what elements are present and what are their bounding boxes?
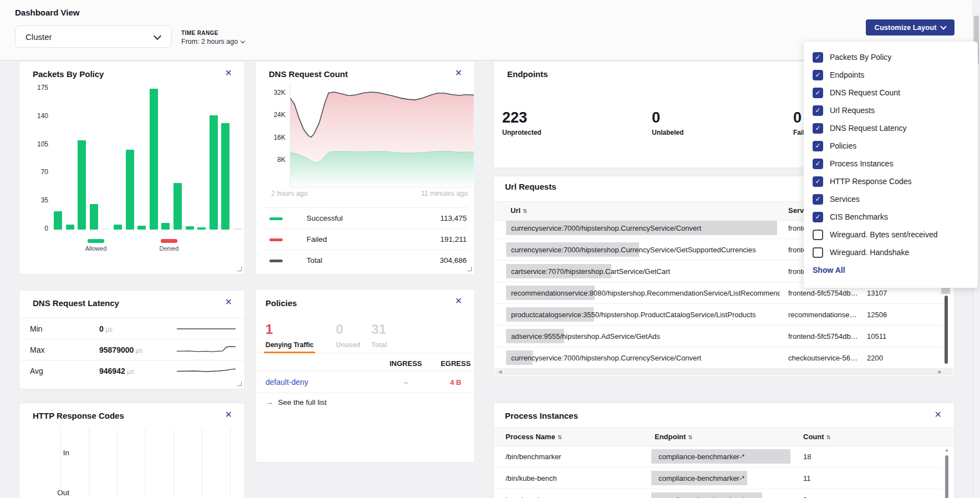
url-cell: productcatalogservice:3550/hipstershop.P… (511, 310, 780, 318)
allowed-bar (221, 123, 229, 230)
policy-tab-total[interactable]: 31Total (371, 323, 387, 349)
failed-legend-swatch (269, 238, 283, 241)
tab-label: Denying Traffic (266, 341, 314, 349)
menu-item-wireguard-handshake[interactable]: Wireguard. Handshake (804, 243, 978, 261)
allowed-bar (186, 226, 194, 230)
card-title: DNS Request Latency (33, 298, 119, 308)
policy-tab-denying-traffic[interactable]: 1Denying Traffic (266, 323, 314, 349)
table-row[interactable]: /bin/kube-benchcompliance-benchmarker-*1… (494, 467, 942, 489)
url-cell: cartservice:7070/hipstershop.CartService… (511, 267, 780, 275)
chevron-down-icon (941, 23, 947, 29)
column-header-egress: EGRESS (431, 359, 481, 368)
vertical-scrollbar[interactable] (945, 455, 948, 498)
dns-request-latency-card: DNS Request Latency ✕ Min0 µsMax95879000… (19, 290, 245, 389)
legend-row-failed: Failed191,211 (263, 228, 468, 250)
url-cell: adservice:9555/hipstershop.AdService/Get… (511, 332, 780, 340)
menu-item-url-requests[interactable]: ✓Url Requests (804, 101, 978, 119)
customize-layout-button[interactable]: Customize Layout (866, 19, 955, 35)
time-range-value[interactable]: From: 2 hours ago (181, 38, 244, 45)
divider (256, 370, 474, 371)
table-row[interactable]: currencyservice:7000/hipstershop.Currenc… (494, 347, 944, 369)
card-title: Endpoints (507, 69, 548, 79)
menu-item-label: HTTP Response Codes (830, 177, 912, 186)
latency-row-max: Max95879000 µs (20, 339, 244, 360)
menu-item-packets-by-policy[interactable]: ✓Packets By Policy (804, 48, 978, 66)
close-icon[interactable]: ✕ (222, 297, 236, 307)
see-full-list-link[interactable]: → See the full list (266, 398, 326, 406)
count-cell: 2200 (867, 353, 906, 362)
menu-item-wireguard-bytes-sent-received[interactable]: Wireguard. Bytes sent/received (804, 226, 978, 243)
sort-icon: ⇅ (558, 434, 562, 440)
menu-item-dns-request-latency[interactable]: ✓DNS Request Latency (804, 119, 978, 137)
table-row[interactable]: adservice:9555/hipstershop.AdService/Get… (494, 325, 944, 347)
checkbox-checked-icon[interactable]: ✓ (813, 52, 823, 63)
column-header-count[interactable]: Count⇅ (803, 433, 831, 441)
checkbox-checked-icon[interactable]: ✓ (813, 105, 823, 116)
vertical-scrollbar[interactable] (945, 296, 948, 364)
horizontal-scrollbar[interactable]: ◀ ▶ (495, 368, 953, 375)
url-cell: recommendationservice:8080/hipstershop.R… (511, 288, 780, 297)
scroll-left-icon[interactable]: ◀ (498, 369, 502, 374)
policy-link-default-deny[interactable]: default-deny (266, 378, 308, 387)
menu-item-cis-benchmarks[interactable]: ✓CIS Benchmarks (804, 208, 978, 226)
y-tick-label: 105 (28, 140, 48, 148)
policy-tab-unused[interactable]: 0Unused (336, 323, 360, 349)
scroll-right-icon[interactable]: ▶ (938, 369, 942, 374)
column-header-endpoint[interactable]: Endpoint⇅ (655, 433, 693, 441)
menu-item-policies[interactable]: ✓Policies (804, 137, 978, 155)
scroll-up-icon[interactable]: ▲ (945, 448, 949, 453)
menu-item-endpoints[interactable]: ✓Endpoints (804, 66, 978, 84)
gridline (202, 429, 202, 498)
latency-row-avg: Avg946942 µs (20, 360, 244, 382)
checkbox-checked-icon[interactable]: ✓ (813, 141, 823, 151)
denied-bar (233, 228, 242, 230)
card-title: DNS Request Count (269, 69, 348, 79)
resize-handle[interactable] (237, 267, 242, 271)
checkbox-checked-icon[interactable]: ✓ (813, 70, 823, 80)
table-row[interactable]: productcatalogservice:3550/hipstershop.P… (494, 303, 944, 326)
card-title: HTTP Response Codes (33, 411, 124, 420)
latency-sparkline (177, 322, 236, 338)
service-cell: recommendationse… (788, 310, 863, 318)
menu-item-label: DNS Request Latency (830, 124, 907, 133)
time-range: TIME RANGE From: 2 hours ago (181, 30, 244, 45)
allowed-bar (173, 183, 182, 230)
checkbox-unchecked-icon[interactable] (813, 230, 823, 240)
menu-item-http-response-codes[interactable]: ✓HTTP Response Codes (804, 172, 978, 190)
row-label-in: In (30, 449, 69, 457)
view-selector[interactable]: Cluster (15, 26, 172, 48)
column-header-process-name[interactable]: Process Name⇅ (506, 433, 562, 441)
table-row[interactable]: /bin/benchmarkercompliance-benchmarker-*… (494, 445, 942, 467)
legend-value: 191,211 (440, 235, 467, 243)
menu-item-process-instances[interactable]: ✓Process Instances (804, 155, 978, 172)
table-row[interactable]: benchmarkercompliance-benchmarker-*9 (494, 489, 942, 498)
allowed-bar (114, 225, 122, 230)
close-icon[interactable]: ✕ (222, 410, 236, 420)
service-cell: frontend-5fc5754db… (788, 332, 863, 340)
allowed-bar (161, 223, 170, 230)
checkbox-checked-icon[interactable]: ✓ (813, 176, 823, 187)
close-icon[interactable]: ✕ (931, 410, 945, 420)
count-cell: 11 (803, 474, 842, 482)
stat-value: 223 (502, 110, 542, 125)
close-icon[interactable]: ✕ (452, 296, 466, 306)
menu-item-services[interactable]: ✓Services (804, 190, 978, 208)
active-tab-underline (264, 352, 315, 353)
close-icon[interactable]: ✕ (222, 68, 236, 78)
close-icon[interactable]: ✕ (452, 68, 466, 78)
checkbox-unchecked-icon[interactable] (813, 247, 823, 258)
latency-unit: µs (104, 326, 113, 333)
checkbox-checked-icon[interactable]: ✓ (813, 88, 823, 98)
y-tick-label: 140 (28, 112, 48, 120)
show-all-link[interactable]: Show All (813, 266, 978, 275)
resize-handle[interactable] (467, 267, 472, 271)
checkbox-checked-icon[interactable]: ✓ (813, 194, 823, 205)
checkbox-checked-icon[interactable]: ✓ (813, 212, 823, 222)
checkbox-checked-icon[interactable]: ✓ (813, 123, 823, 134)
menu-item-dns-request-count[interactable]: ✓DNS Request Count (804, 84, 978, 101)
checkbox-checked-icon[interactable]: ✓ (813, 159, 823, 169)
allowed-legend-swatch (88, 239, 104, 243)
resize-handle[interactable] (237, 382, 242, 386)
column-header-url[interactable]: Url⇅ (511, 206, 527, 215)
tab-value: 1 (266, 323, 314, 336)
